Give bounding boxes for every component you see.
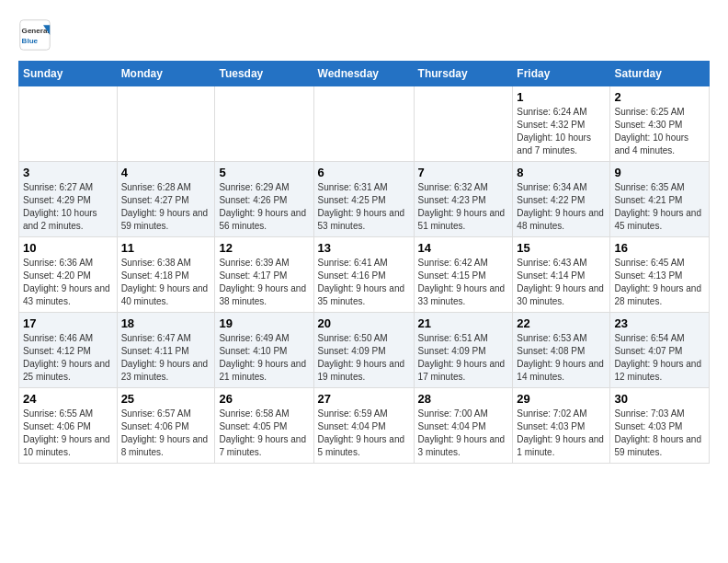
calendar-cell: 28Sunrise: 7:00 AM Sunset: 4:04 PM Dayli… [414, 388, 513, 464]
day-info: Sunrise: 6:31 AM Sunset: 4:25 PM Dayligh… [318, 181, 410, 233]
calendar-header-row: SundayMondayTuesdayWednesdayThursdayFrid… [19, 62, 710, 86]
day-info: Sunrise: 6:50 AM Sunset: 4:09 PM Dayligh… [318, 332, 410, 384]
calendar-cell: 2Sunrise: 6:25 AM Sunset: 4:30 PM Daylig… [610, 86, 710, 162]
calendar-cell: 23Sunrise: 6:54 AM Sunset: 4:07 PM Dayli… [610, 313, 710, 388]
day-info: Sunrise: 6:54 AM Sunset: 4:07 PM Dayligh… [614, 332, 705, 384]
day-info: Sunrise: 6:25 AM Sunset: 4:30 PM Dayligh… [614, 106, 705, 157]
calendar-cell: 21Sunrise: 6:51 AM Sunset: 4:09 PM Dayli… [414, 313, 513, 388]
day-number: 15 [517, 241, 606, 255]
day-info: Sunrise: 6:38 AM Sunset: 4:18 PM Dayligh… [121, 257, 211, 308]
calendar-cell [117, 86, 215, 162]
calendar-cell [19, 86, 118, 162]
day-info: Sunrise: 6:58 AM Sunset: 4:05 PM Dayligh… [219, 408, 309, 459]
day-number: 11 [121, 241, 211, 255]
day-info: Sunrise: 7:02 AM Sunset: 4:03 PM Dayligh… [517, 408, 606, 459]
calendar-cell: 15Sunrise: 6:43 AM Sunset: 4:14 PM Dayli… [513, 237, 610, 313]
logo: General Blue [18, 18, 51, 52]
day-info: Sunrise: 6:57 AM Sunset: 4:06 PM Dayligh… [121, 408, 211, 459]
day-number: 23 [614, 316, 705, 330]
calendar-cell: 13Sunrise: 6:41 AM Sunset: 4:16 PM Dayli… [313, 237, 414, 313]
day-info: Sunrise: 6:24 AM Sunset: 4:32 PM Dayligh… [517, 106, 606, 157]
day-info: Sunrise: 6:51 AM Sunset: 4:09 PM Dayligh… [418, 332, 509, 384]
day-info: Sunrise: 7:03 AM Sunset: 4:03 PM Dayligh… [614, 408, 705, 459]
day-info: Sunrise: 6:35 AM Sunset: 4:21 PM Dayligh… [614, 181, 705, 233]
day-number: 29 [517, 392, 606, 406]
calendar-table: SundayMondayTuesdayWednesdayThursdayFrid… [18, 61, 710, 464]
day-number: 1 [517, 90, 606, 104]
header-tuesday: Tuesday [215, 62, 313, 86]
day-number: 2 [614, 90, 705, 104]
day-info: Sunrise: 6:53 AM Sunset: 4:08 PM Dayligh… [517, 332, 606, 384]
day-number: 9 [614, 166, 705, 179]
day-number: 30 [614, 392, 705, 406]
day-info: Sunrise: 7:00 AM Sunset: 4:04 PM Dayligh… [418, 408, 509, 459]
day-number: 6 [318, 166, 410, 179]
day-info: Sunrise: 6:32 AM Sunset: 4:23 PM Dayligh… [418, 181, 509, 233]
day-info: Sunrise: 6:55 AM Sunset: 4:06 PM Dayligh… [23, 408, 113, 459]
calendar-cell: 22Sunrise: 6:53 AM Sunset: 4:08 PM Dayli… [513, 313, 610, 388]
day-number: 22 [517, 316, 606, 330]
day-number: 19 [219, 316, 309, 330]
day-number: 4 [121, 166, 211, 179]
calendar-cell: 24Sunrise: 6:55 AM Sunset: 4:06 PM Dayli… [19, 388, 118, 464]
calendar-cell: 29Sunrise: 7:02 AM Sunset: 4:03 PM Dayli… [513, 388, 610, 464]
calendar-cell: 9Sunrise: 6:35 AM Sunset: 4:21 PM Daylig… [610, 162, 710, 237]
day-number: 7 [418, 166, 509, 179]
svg-text:General: General [22, 27, 50, 35]
calendar-cell [313, 86, 414, 162]
calendar-week-row: 24Sunrise: 6:55 AM Sunset: 4:06 PM Dayli… [19, 388, 710, 464]
day-number: 13 [318, 241, 410, 255]
calendar-week-row: 10Sunrise: 6:36 AM Sunset: 4:20 PM Dayli… [19, 237, 710, 313]
calendar-cell: 5Sunrise: 6:29 AM Sunset: 4:26 PM Daylig… [215, 162, 313, 237]
day-info: Sunrise: 6:34 AM Sunset: 4:22 PM Dayligh… [517, 181, 606, 233]
day-info: Sunrise: 6:41 AM Sunset: 4:16 PM Dayligh… [318, 257, 410, 308]
day-number: 16 [614, 241, 705, 255]
calendar-cell: 4Sunrise: 6:28 AM Sunset: 4:27 PM Daylig… [117, 162, 215, 237]
day-info: Sunrise: 6:49 AM Sunset: 4:10 PM Dayligh… [219, 332, 309, 384]
page-header: General Blue [18, 18, 710, 52]
day-number: 10 [23, 241, 113, 255]
calendar-cell: 3Sunrise: 6:27 AM Sunset: 4:29 PM Daylig… [19, 162, 118, 237]
logo-icon: General Blue [18, 18, 51, 52]
day-info: Sunrise: 6:29 AM Sunset: 4:26 PM Dayligh… [219, 181, 309, 233]
day-number: 26 [219, 392, 309, 406]
calendar-cell: 27Sunrise: 6:59 AM Sunset: 4:04 PM Dayli… [313, 388, 414, 464]
day-info: Sunrise: 6:47 AM Sunset: 4:11 PM Dayligh… [121, 332, 211, 384]
day-info: Sunrise: 6:43 AM Sunset: 4:14 PM Dayligh… [517, 257, 606, 308]
svg-text:Blue: Blue [22, 37, 39, 45]
day-number: 20 [318, 316, 410, 330]
day-number: 17 [23, 316, 113, 330]
calendar-cell: 6Sunrise: 6:31 AM Sunset: 4:25 PM Daylig… [313, 162, 414, 237]
calendar-cell: 25Sunrise: 6:57 AM Sunset: 4:06 PM Dayli… [117, 388, 215, 464]
day-number: 12 [219, 241, 309, 255]
header-friday: Friday [513, 62, 610, 86]
day-info: Sunrise: 6:27 AM Sunset: 4:29 PM Dayligh… [23, 181, 113, 233]
calendar-cell: 18Sunrise: 6:47 AM Sunset: 4:11 PM Dayli… [117, 313, 215, 388]
calendar-cell: 7Sunrise: 6:32 AM Sunset: 4:23 PM Daylig… [414, 162, 513, 237]
day-number: 24 [23, 392, 113, 406]
day-number: 5 [219, 166, 309, 179]
day-number: 21 [418, 316, 509, 330]
day-info: Sunrise: 6:42 AM Sunset: 4:15 PM Dayligh… [418, 257, 509, 308]
header-thursday: Thursday [414, 62, 513, 86]
day-number: 25 [121, 392, 211, 406]
calendar-cell [414, 86, 513, 162]
header-sunday: Sunday [19, 62, 118, 86]
day-number: 18 [121, 316, 211, 330]
calendar-cell: 12Sunrise: 6:39 AM Sunset: 4:17 PM Dayli… [215, 237, 313, 313]
calendar-cell: 1Sunrise: 6:24 AM Sunset: 4:32 PM Daylig… [513, 86, 610, 162]
header-wednesday: Wednesday [313, 62, 414, 86]
day-number: 14 [418, 241, 509, 255]
calendar-week-row: 1Sunrise: 6:24 AM Sunset: 4:32 PM Daylig… [19, 86, 710, 162]
calendar-cell: 26Sunrise: 6:58 AM Sunset: 4:05 PM Dayli… [215, 388, 313, 464]
header-monday: Monday [117, 62, 215, 86]
day-number: 8 [517, 166, 606, 179]
day-info: Sunrise: 6:46 AM Sunset: 4:12 PM Dayligh… [23, 332, 113, 384]
calendar-week-row: 17Sunrise: 6:46 AM Sunset: 4:12 PM Dayli… [19, 313, 710, 388]
calendar-cell: 19Sunrise: 6:49 AM Sunset: 4:10 PM Dayli… [215, 313, 313, 388]
header-saturday: Saturday [610, 62, 710, 86]
calendar-week-row: 3Sunrise: 6:27 AM Sunset: 4:29 PM Daylig… [19, 162, 710, 237]
calendar-cell: 30Sunrise: 7:03 AM Sunset: 4:03 PM Dayli… [610, 388, 710, 464]
day-number: 3 [23, 166, 113, 179]
day-info: Sunrise: 6:39 AM Sunset: 4:17 PM Dayligh… [219, 257, 309, 308]
